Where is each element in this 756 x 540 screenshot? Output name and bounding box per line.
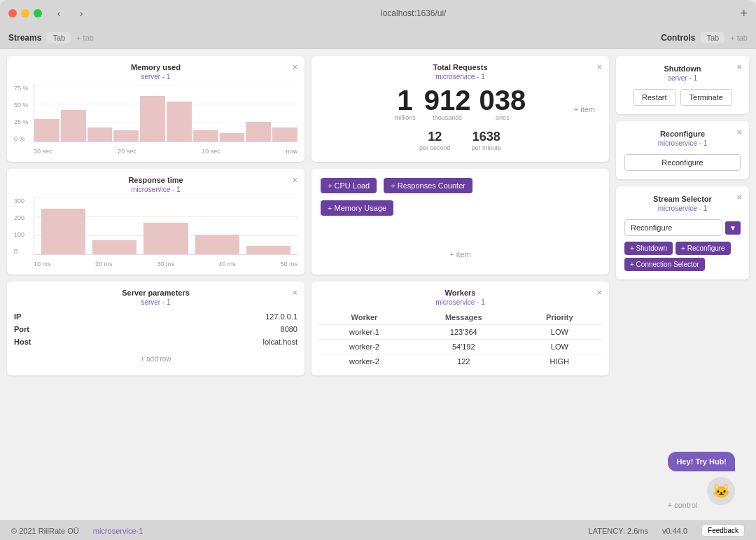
millions-value: 1: [395, 86, 416, 114]
memory-usage-button[interactable]: + Memory Usage: [321, 200, 393, 216]
stream-selector-select[interactable]: Reconfigure Restart Terminate: [624, 219, 722, 236]
url-bar[interactable]: localhost:1636/ui/: [92, 8, 734, 18]
memory-bar-2: [61, 110, 86, 141]
memory-title: Memory used: [14, 63, 298, 71]
shutdown-card: × Shutdown server - 1 Restart Terminate: [616, 56, 749, 114]
controls-add-tab[interactable]: + tab: [730, 34, 748, 42]
restart-button[interactable]: Restart: [633, 89, 676, 106]
footer-copyright: © 2021 RiilRate OÜ: [11, 527, 79, 535]
traffic-lights: [8, 9, 42, 18]
responses-counter-button[interactable]: + Responses Counter: [384, 178, 472, 193]
response-chart: 300 200 100 0: [14, 198, 298, 268]
ip-value: 127.0.0.1: [56, 310, 298, 323]
chat-bubble[interactable]: Hey! Try Hub!: [668, 452, 735, 471]
worker-cell-0: worker-1: [318, 325, 410, 340]
port-row: Port 8080: [14, 323, 298, 335]
server-params-card: × Server parameters server - 1 IP 127.0.…: [7, 282, 304, 375]
ip-row: IP 127.0.0.1: [14, 310, 298, 323]
port-value: 8080: [56, 323, 298, 335]
memory-subtitle: server - 1: [14, 73, 298, 81]
host-row: Host lolcat.host: [14, 335, 298, 348]
buttons-item-add[interactable]: + item: [318, 246, 602, 263]
resp-y-100: 100: [14, 231, 34, 238]
total-requests-close-icon[interactable]: ×: [596, 62, 602, 72]
shutdown-buttons: Restart Terminate: [624, 89, 741, 106]
select-arrow-button[interactable]: ▼: [725, 221, 741, 235]
streams-row-3: × Server parameters server - 1 IP 127.0.…: [7, 282, 609, 375]
resp-x-20: 20 ms: [95, 261, 113, 268]
terminate-button[interactable]: Terminate: [680, 89, 732, 106]
maximize-button[interactable]: [34, 9, 42, 18]
connection-selector-tag-button[interactable]: + Connection Selector: [624, 258, 705, 271]
resp-y-300: 300: [14, 198, 34, 205]
stream-selector-row: Reconfigure Restart Terminate ▼: [624, 219, 741, 236]
total-requests-title: Total Requests: [318, 63, 602, 71]
resp-y-200: 200: [14, 214, 34, 221]
close-button[interactable]: [8, 9, 17, 18]
resp-bar-5: [246, 246, 290, 254]
buttons-row-1: + CPU Load + Responses Counter: [318, 176, 602, 195]
stream-selector-close-icon[interactable]: ×: [736, 192, 742, 202]
footer-latency: LATENCY: 2.6ms: [589, 527, 648, 535]
y-label-75: 75 %: [14, 85, 34, 92]
memory-y-labels: 75 % 50 % 25 % 0 %: [14, 85, 34, 142]
reconfigure-title: Reconfigure: [624, 130, 741, 138]
server-params-close-icon[interactable]: ×: [292, 287, 298, 298]
workers-tbody: worker-1123'364LOWworker-254'192LOWworke…: [318, 325, 602, 369]
x-label-30: 30 sec: [34, 148, 52, 155]
buttons-row-2: + Memory Usage: [318, 198, 602, 218]
memory-bar-7: [193, 130, 218, 141]
add-row-button[interactable]: + add row: [14, 352, 298, 366]
resp-x-30: 30 ms: [157, 261, 174, 268]
messages-cell-0: 123'364: [410, 325, 517, 340]
ip-label: IP: [14, 310, 56, 323]
streams-add-tab[interactable]: + tab: [76, 34, 94, 42]
streams-tab[interactable]: Tab: [47, 32, 71, 43]
server-params-subtitle: server - 1: [14, 298, 298, 306]
response-x-labels: 10 ms 20 ms 30 ms 40 ms 50 ms: [34, 261, 298, 268]
worker-row-2: worker-2122HIGH: [318, 354, 602, 369]
memory-card: × Memory used server - 1 75 % 50 % 25 % …: [7, 56, 304, 162]
memory-bar-4: [113, 130, 139, 141]
stream-selector-title: Stream Selector: [624, 195, 741, 203]
server-params-title: Server parameters: [14, 289, 298, 297]
memory-x-labels: 30 sec 20 sec 10 sec now: [34, 148, 298, 155]
resp-x-50: 50 ms: [280, 261, 298, 268]
workers-thead: Worker Messages Priority: [318, 310, 602, 325]
new-tab-button[interactable]: +: [740, 6, 748, 21]
minimize-button[interactable]: [21, 9, 29, 18]
shutdown-tag-button[interactable]: + Shutdown: [624, 242, 673, 255]
reconfigure-button[interactable]: Reconfigure: [624, 154, 741, 171]
total-requests-item-add[interactable]: + item: [574, 105, 595, 113]
cpu-load-button[interactable]: + CPU Load: [321, 178, 377, 193]
reconfigure-tag-button[interactable]: + Reconfigure: [676, 242, 731, 255]
shutdown-close-icon[interactable]: ×: [736, 62, 742, 72]
resp-bar-2: [92, 240, 136, 254]
forward-button[interactable]: ›: [76, 8, 87, 19]
host-value: lolcat.host: [56, 335, 298, 348]
response-close-icon[interactable]: ×: [292, 174, 298, 185]
titlebar: ‹ › localhost:1636/ui/ +: [0, 0, 756, 27]
messages-cell-1: 54'192: [410, 340, 517, 354]
memory-bar-6: [167, 102, 192, 141]
workers-close-icon[interactable]: ×: [596, 287, 602, 298]
response-bars: [34, 198, 298, 255]
controls-panel: × Shutdown server - 1 Restart Terminate …: [616, 56, 749, 513]
feedback-button[interactable]: Feedback: [701, 525, 745, 536]
memory-bar-10: [272, 127, 298, 141]
memory-bar-1: [34, 119, 59, 141]
memory-close-icon[interactable]: ×: [292, 62, 298, 72]
shutdown-title: Shutdown: [624, 64, 741, 73]
params-table: IP 127.0.0.1 Port 8080 Host lolcat.host: [14, 310, 298, 348]
streams-tab-section: Streams Tab + tab: [8, 32, 94, 43]
request-number-display: 1 millions 912 thousands 038 ones + item: [318, 86, 602, 124]
back-button[interactable]: ‹: [53, 8, 64, 19]
footer-link[interactable]: microservice-1: [93, 527, 144, 535]
streams-area: × Memory used server - 1 75 % 50 % 25 % …: [7, 56, 609, 513]
controls-tab[interactable]: Tab: [701, 32, 724, 43]
reconfigure-close-icon[interactable]: ×: [736, 127, 742, 137]
shutdown-subtitle: server - 1: [624, 74, 741, 82]
ones-col: 038 ones: [479, 86, 526, 124]
messages-cell-2: 122: [410, 354, 517, 369]
y-label-0: 0 %: [14, 135, 34, 142]
